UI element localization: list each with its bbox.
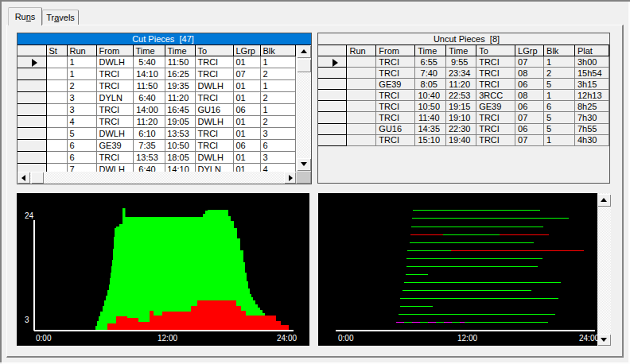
svg-text:12:00: 12:00: [457, 334, 477, 343]
svg-text:0:00: 0:00: [338, 334, 354, 343]
svg-text:24:00: 24:00: [277, 334, 297, 343]
svg-text:12:00: 12:00: [158, 334, 177, 343]
svg-text:24:00: 24:00: [579, 334, 599, 343]
svg-text:0:00: 0:00: [36, 334, 52, 343]
svg-text:3: 3: [25, 316, 29, 324]
svg-text:24: 24: [25, 211, 34, 220]
